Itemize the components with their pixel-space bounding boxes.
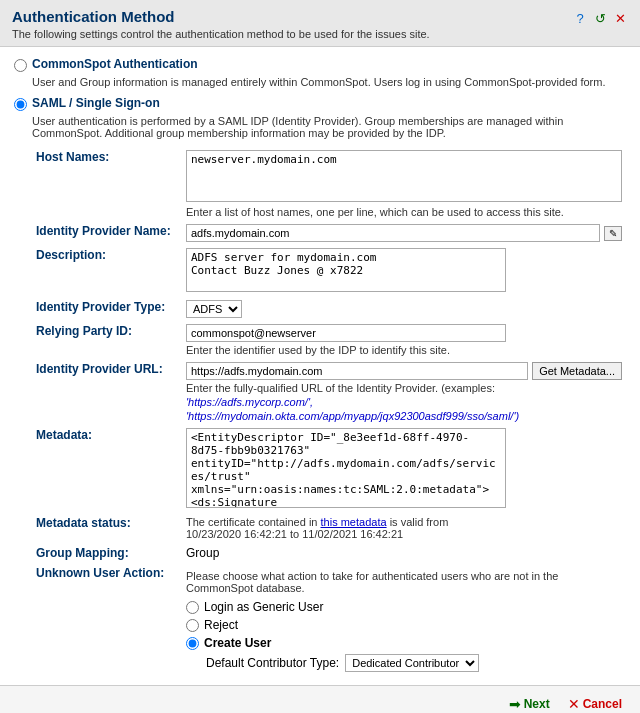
idp-url-label: Identity Provider URL: (32, 359, 182, 425)
idp-type-label: Identity Provider Type: (32, 297, 182, 321)
commonspot-radio-desc: User and Group information is managed en… (32, 76, 626, 88)
header-left: Authentication Method The following sett… (12, 8, 430, 40)
cancel-x-icon: ✕ (568, 696, 580, 712)
host-names-textarea[interactable]: newserver.mydomain.com (186, 150, 622, 202)
saml-radio[interactable] (14, 98, 27, 111)
idp-name-edit-btn[interactable]: ✎ (604, 226, 622, 241)
idp-url-hint3: 'https://mydomain.okta.com/app/myapp/jqx… (186, 410, 622, 422)
login-generic-choice: Login as Generic User (186, 600, 622, 614)
page-footer: ➡ Next ✕ Cancel (0, 685, 640, 713)
create-user-radio[interactable] (186, 637, 199, 650)
idp-url-hint2: 'https://adfs.mycorp.com/', (186, 396, 622, 408)
reject-label: Reject (204, 618, 238, 632)
default-contributor-row: Default Contributor Type: Dedicated Cont… (206, 654, 622, 672)
cancel-button[interactable]: ✕ Cancel (564, 694, 626, 713)
idp-url-input-row: Get Metadata... (186, 362, 622, 380)
metadata-row: Metadata: <EntityDescriptor ID="_8e3eef1… (32, 425, 626, 513)
host-names-cell: newserver.mydomain.com Enter a list of h… (182, 147, 626, 221)
group-mapping-row: Group Mapping: Group (32, 543, 626, 563)
idp-name-row: Identity Provider Name: ✎ (32, 221, 626, 245)
commonspot-radio-label: CommonSpot Authentication (32, 57, 198, 71)
idp-url-hint1: Enter the fully-qualified URL of the Ide… (186, 382, 622, 394)
unknown-user-desc: Please choose what action to take for au… (186, 570, 622, 594)
description-row: Description: ADFS server for mydomain.co… (32, 245, 626, 297)
relying-party-hint: Enter the identifier used by the IDP to … (186, 344, 622, 356)
cancel-label: Cancel (583, 697, 622, 711)
commonspot-auth-section: CommonSpot Authentication User and Group… (14, 57, 626, 88)
description-cell: ADFS server for mydomain.com Contact Buz… (182, 245, 626, 297)
host-names-label: Host Names: (32, 147, 182, 221)
next-button[interactable]: ➡ Next (505, 694, 554, 713)
group-mapping-cell: Group (182, 543, 626, 563)
page-title: Authentication Method (12, 8, 430, 25)
commonspot-radio-row: CommonSpot Authentication (14, 57, 626, 72)
create-user-label: Create User (204, 636, 271, 650)
refresh-icon[interactable]: ↺ (592, 10, 608, 26)
next-label: Next (524, 697, 550, 711)
unknown-user-label: Unknown User Action: (32, 563, 182, 675)
content-area: CommonSpot Authentication User and Group… (0, 47, 640, 685)
page-container: Authentication Method The following sett… (0, 0, 640, 713)
reject-choice: Reject (186, 618, 622, 632)
metadata-status-row: Metadata status: The certificate contain… (32, 513, 626, 543)
unknown-user-row: Unknown User Action: Please choose what … (32, 563, 626, 675)
page-subtitle: The following settings control the authe… (12, 28, 430, 40)
next-arrow-icon: ➡ (509, 696, 521, 712)
default-contributor-select[interactable]: Dedicated Contributor General Contributo… (345, 654, 479, 672)
login-generic-radio[interactable] (186, 601, 199, 614)
close-icon[interactable]: ✕ (612, 10, 628, 26)
default-contributor-label: Default Contributor Type: (206, 656, 339, 670)
host-names-row: Host Names: newserver.mydomain.com Enter… (32, 147, 626, 221)
saml-radio-row: SAML / Single Sign-on (14, 96, 626, 111)
metadata-textarea[interactable]: <EntityDescriptor ID="_8e3eef1d-68ff-497… (186, 428, 506, 508)
commonspot-radio[interactable] (14, 59, 27, 72)
saml-radio-desc: User authentication is performed by a SA… (32, 115, 626, 139)
get-metadata-button[interactable]: Get Metadata... (532, 362, 622, 380)
relying-party-row: Relying Party ID: Enter the identifier u… (32, 321, 626, 359)
metadata-status-cell: The certificate contained in this metada… (182, 513, 626, 543)
relying-party-input[interactable] (186, 324, 506, 342)
idp-url-cell: Get Metadata... Enter the fully-qualifie… (182, 359, 626, 425)
group-mapping-label: Group Mapping: (32, 543, 182, 563)
help-icon[interactable]: ? (572, 10, 588, 26)
relying-party-label: Relying Party ID: (32, 321, 182, 359)
metadata-dates: 10/23/2020 16:42:21 to 11/02/2021 16:42:… (186, 528, 403, 540)
saml-auth-section: SAML / Single Sign-on User authenticatio… (14, 96, 626, 139)
description-textarea[interactable]: ADFS server for mydomain.com Contact Buz… (186, 248, 506, 292)
idp-name-input-row: ✎ (186, 224, 622, 242)
unknown-user-cell: Please choose what action to take for au… (182, 563, 626, 675)
idp-url-row: Identity Provider URL: Get Metadata... E… (32, 359, 626, 425)
idp-url-input[interactable] (186, 362, 528, 380)
idp-type-select[interactable]: ADFS Okta Other (186, 300, 242, 318)
header-icons: ? ↺ ✕ (572, 10, 628, 26)
metadata-label: Metadata: (32, 425, 182, 513)
idp-name-label: Identity Provider Name: (32, 221, 182, 245)
description-label: Description: (32, 245, 182, 297)
host-names-hint: Enter a list of host names, one per line… (186, 206, 622, 218)
metadata-link[interactable]: this metadata (321, 516, 387, 528)
saml-radio-label: SAML / Single Sign-on (32, 96, 160, 110)
idp-type-cell: ADFS Okta Other (182, 297, 626, 321)
metadata-status-label: Metadata status: (32, 513, 182, 543)
metadata-cell: <EntityDescriptor ID="_8e3eef1d-68ff-497… (182, 425, 626, 513)
page-header: Authentication Method The following sett… (0, 0, 640, 47)
reject-radio[interactable] (186, 619, 199, 632)
login-generic-label: Login as Generic User (204, 600, 323, 614)
create-user-choice: Create User (186, 636, 622, 650)
idp-name-input[interactable] (186, 224, 600, 242)
idp-name-cell: ✎ (182, 221, 626, 245)
idp-type-row: Identity Provider Type: ADFS Okta Other (32, 297, 626, 321)
form-table: Host Names: newserver.mydomain.com Enter… (32, 147, 626, 675)
saml-form-section: Host Names: newserver.mydomain.com Enter… (32, 147, 626, 675)
relying-party-cell: Enter the identifier used by the IDP to … (182, 321, 626, 359)
unknown-user-section: Please choose what action to take for au… (186, 570, 622, 672)
